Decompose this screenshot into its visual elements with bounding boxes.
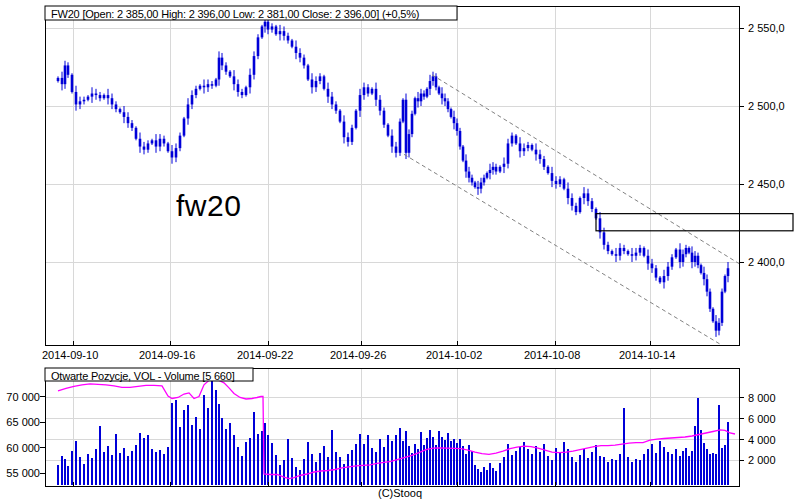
chart-canvas [0, 0, 800, 500]
copyright-label: (C)Stooq [358, 487, 442, 499]
stooq-chart-page: 2 550,02 500,02 450,02 400,02014-09-1020… [0, 0, 800, 500]
ohlc-header: FW20 [Open: 2 385,00 High: 2 396,00 Low:… [51, 8, 419, 20]
volume-panel-header: Otwarte Pozycje, VOL - Volume [5 660] [51, 370, 235, 382]
symbol-watermark: fw20 [176, 189, 241, 223]
